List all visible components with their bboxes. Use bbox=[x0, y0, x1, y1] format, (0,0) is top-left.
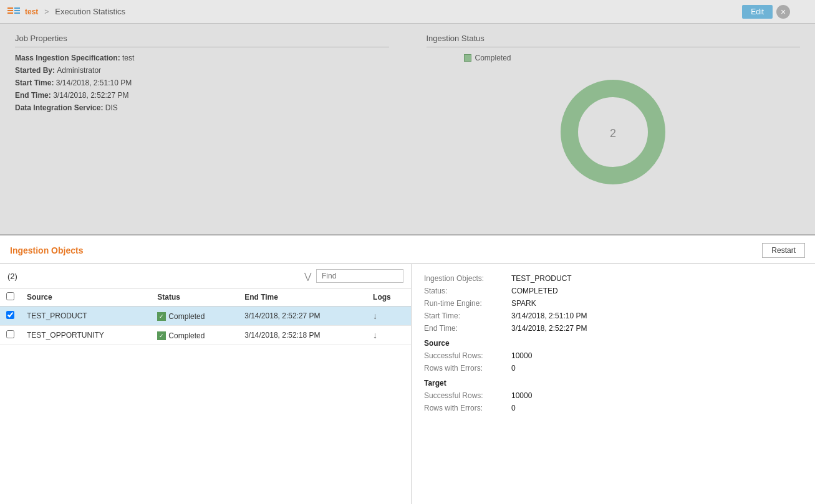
prop-mass-ingestion: Mass Ingestion Specification: test bbox=[15, 54, 389, 62]
detail-end-time-value: 3/14/2018, 2:52:27 PM bbox=[511, 324, 587, 333]
prop-start-time: Start Time: 3/14/2018, 2:51:10 PM bbox=[15, 78, 389, 87]
detail-start-time: Start Time: 3/14/2018, 2:51:10 PM bbox=[424, 311, 803, 320]
table-section: (2) ⋁ Source Status E bbox=[0, 264, 412, 504]
prop-end-time-value: 3/14/2018, 2:52:27 PM bbox=[53, 91, 128, 100]
detail-status-value: COMPLETED bbox=[511, 287, 558, 295]
main-content: Job Properties Mass Ingestion Specificat… bbox=[0, 24, 815, 504]
col-status: Status bbox=[151, 288, 238, 307]
ingestion-objects-title: Ingestion Objects bbox=[10, 245, 83, 255]
detail-end-time-label: End Time: bbox=[424, 324, 511, 333]
close-button[interactable]: × bbox=[776, 5, 790, 19]
row1-status-check-icon: ✓ bbox=[157, 312, 166, 321]
row1-checkbox-cell bbox=[0, 307, 21, 326]
ingestion-table: Source Status End Time Logs TEST_PRODUCT bbox=[0, 288, 411, 345]
chart-legend: Completed bbox=[464, 54, 511, 62]
row2-source: TEST_OPPORTUNITY bbox=[21, 326, 151, 345]
row2-logs[interactable]: ↓ bbox=[367, 326, 411, 345]
breadcrumb-separator: > bbox=[44, 7, 49, 16]
row1-source: TEST_PRODUCT bbox=[21, 307, 151, 326]
detail-status-label: Status: bbox=[424, 287, 511, 295]
prop-mass-ingestion-value: test bbox=[122, 54, 134, 62]
col-end-time: End Time bbox=[238, 288, 367, 307]
breadcrumb: test > Execution Statistics bbox=[7, 7, 125, 17]
col-source: Source bbox=[21, 288, 151, 307]
detail-source-rows-errors-label: Rows with Errors: bbox=[424, 364, 511, 373]
legend-color-completed bbox=[464, 54, 471, 62]
row1-end-time: 3/14/2018, 2:52:27 PM bbox=[238, 307, 367, 326]
detail-target-header: Target bbox=[424, 379, 803, 388]
row1-checkbox[interactable] bbox=[6, 311, 14, 319]
svg-rect-1 bbox=[7, 10, 13, 11]
detail-runtime-engine: Run-time Engine: SPARK bbox=[424, 299, 803, 308]
detail-start-time-value: 3/14/2018, 2:51:10 PM bbox=[511, 311, 587, 320]
table-row[interactable]: TEST_OPPORTUNITY ✓ Completed 3/14/2018, … bbox=[0, 326, 411, 345]
toolbar-right: ⋁ bbox=[304, 269, 403, 283]
prop-mass-ingestion-label: Mass Ingestion Specification: bbox=[15, 54, 122, 62]
detail-source-successful-rows: Successful Rows: 10000 bbox=[424, 351, 803, 360]
svg-rect-0 bbox=[7, 7, 13, 9]
detail-ingestion-objects-value: TEST_PRODUCT bbox=[511, 274, 572, 283]
prop-started-by: Started By: Administrator bbox=[15, 66, 389, 75]
detail-status: Status: COMPLETED bbox=[424, 287, 803, 295]
svg-rect-3 bbox=[14, 7, 20, 9]
prop-start-time-value: 3/14/2018, 2:51:10 PM bbox=[56, 78, 132, 87]
row2-checkbox-cell bbox=[0, 326, 21, 345]
select-all-checkbox[interactable] bbox=[6, 292, 14, 300]
detail-source-rows-errors: Rows with Errors: 0 bbox=[424, 364, 803, 373]
bottom-content: (2) ⋁ Source Status E bbox=[0, 264, 815, 504]
top-bar: test > Execution Statistics Edit × bbox=[0, 0, 815, 24]
table-count: (2) bbox=[7, 272, 17, 281]
job-properties-title: Job Properties bbox=[15, 34, 389, 47]
detail-target-successful-rows: Successful Rows: 10000 bbox=[424, 391, 803, 400]
donut-chart: 2 bbox=[551, 70, 675, 194]
detail-start-time-label: Start Time: bbox=[424, 311, 511, 320]
detail-end-time: End Time: 3/14/2018, 2:52:27 PM bbox=[424, 324, 803, 333]
bottom-panel-header: Ingestion Objects Restart bbox=[0, 235, 815, 264]
filter-icon[interactable]: ⋁ bbox=[304, 271, 311, 281]
edit-button[interactable]: Edit bbox=[742, 5, 773, 19]
row1-download-icon[interactable]: ↓ bbox=[373, 311, 377, 321]
prop-start-time-label: Start Time: bbox=[15, 78, 56, 87]
detail-section: Ingestion Objects: TEST_PRODUCT Status: … bbox=[412, 264, 815, 504]
detail-source-header: Source bbox=[424, 339, 803, 348]
detail-ingestion-objects: Ingestion Objects: TEST_PRODUCT bbox=[424, 274, 803, 283]
detail-ingestion-objects-label: Ingestion Objects: bbox=[424, 274, 511, 283]
bottom-panel: Ingestion Objects Restart (2) ⋁ bbox=[0, 235, 815, 504]
table-toolbar: (2) ⋁ bbox=[0, 264, 411, 288]
row2-status: ✓ Completed bbox=[151, 326, 238, 345]
detail-target-rows-errors-value: 0 bbox=[511, 404, 516, 412]
row1-status-label: Completed bbox=[168, 312, 205, 321]
breadcrumb-link[interactable]: test bbox=[25, 7, 38, 16]
col-checkbox bbox=[0, 288, 21, 307]
legend-label-completed: Completed bbox=[475, 54, 511, 62]
col-logs: Logs bbox=[367, 288, 411, 307]
row2-checkbox[interactable] bbox=[6, 330, 14, 338]
row2-status-badge: ✓ Completed bbox=[157, 331, 205, 340]
search-input[interactable] bbox=[316, 269, 403, 283]
detail-runtime-engine-label: Run-time Engine: bbox=[424, 299, 511, 308]
ingestion-status-title: Ingestion Status bbox=[427, 34, 801, 47]
prop-started-by-label: Started By: bbox=[15, 66, 57, 75]
row1-status: ✓ Completed bbox=[151, 307, 238, 326]
detail-runtime-engine-value: SPARK bbox=[511, 299, 536, 308]
prop-dis: Data Integration Service: DIS bbox=[15, 103, 389, 112]
detail-source-successful-rows-label: Successful Rows: bbox=[424, 351, 511, 360]
detail-source-rows-errors-value: 0 bbox=[511, 364, 516, 373]
restart-button[interactable]: Restart bbox=[762, 243, 805, 258]
row2-status-label: Completed bbox=[168, 331, 205, 340]
prop-dis-value: DIS bbox=[105, 103, 118, 112]
row2-download-icon[interactable]: ↓ bbox=[373, 330, 377, 340]
detail-target-rows-errors: Rows with Errors: 0 bbox=[424, 404, 803, 412]
prop-started-by-value: Administrator bbox=[57, 66, 101, 75]
svg-rect-4 bbox=[14, 10, 20, 11]
row2-end-time: 3/14/2018, 2:52:18 PM bbox=[238, 326, 367, 345]
prop-end-time-label: End Time: bbox=[15, 91, 53, 100]
row1-logs[interactable]: ↓ bbox=[367, 307, 411, 326]
brand-icon bbox=[7, 7, 21, 17]
table-row[interactable]: TEST_PRODUCT ✓ Completed 3/14/2018, 2:52… bbox=[0, 307, 411, 326]
table-header-row: Source Status End Time Logs bbox=[0, 288, 411, 307]
job-properties-section: Job Properties Mass Ingestion Specificat… bbox=[15, 34, 414, 224]
prop-end-time: End Time: 3/14/2018, 2:52:27 PM bbox=[15, 91, 389, 100]
svg-rect-5 bbox=[14, 12, 20, 14]
top-panel: Job Properties Mass Ingestion Specificat… bbox=[0, 24, 815, 235]
